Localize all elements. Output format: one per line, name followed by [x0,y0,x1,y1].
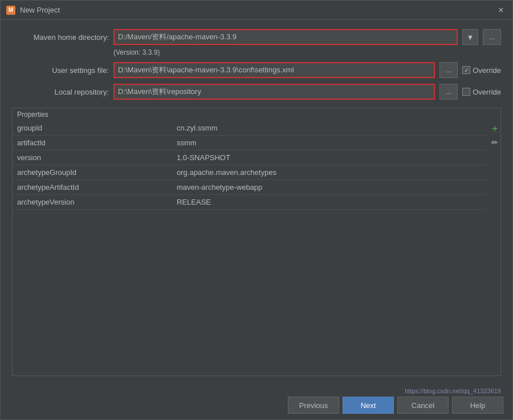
table-row[interactable]: archetypeVersionRELEASE [13,195,487,210]
edit-property-button[interactable]: ✏ [489,137,500,148]
maven-home-label: Maven home directory: [12,33,109,42]
property-key: archetypeGroupId [17,168,177,177]
local-repo-override-row: Override [462,88,501,96]
local-repo-override-label: Override [473,88,501,96]
version-text: (Version: 3.3.9) [113,48,501,56]
maven-home-browse[interactable]: ... [483,29,501,45]
user-settings-input[interactable] [113,62,435,78]
user-settings-override-label: Override [473,66,501,75]
footer-buttons: Previous Next Cancel Help [10,397,503,414]
user-settings-label: User settings file: [12,66,109,75]
table-row[interactable]: version1.0-SNAPSHOT [13,150,487,165]
cancel-button[interactable]: Cancel [397,397,449,414]
properties-list: groupIdcn.zyl.ssmmartifactIdssmmversion1… [13,121,487,376]
properties-actions: + ✏ [487,121,500,150]
properties-section: Properties groupIdcn.zyl.ssmmartifactIds… [12,108,501,376]
table-row[interactable]: groupIdcn.zyl.ssmm [13,121,487,136]
new-project-dialog: M New Project × Maven home directory: ▼ … [0,0,513,420]
property-value: maven-archetype-webapp [177,183,482,191]
property-value: RELEASE [177,198,482,206]
maven-home-input[interactable] [113,29,458,45]
app-icon: M [6,6,15,15]
local-repo-input[interactable] [113,84,435,100]
dialog-title: New Project [20,6,60,14]
local-repo-label: Local repository: [12,88,109,96]
maven-home-dropdown[interactable]: ▼ [462,29,478,45]
property-key: archetypeVersion [17,198,177,206]
watermark-text: https://blog.csdn.net/qq_41323619 [10,388,503,394]
table-row[interactable]: archetypeGroupIdorg.apache.maven.archety… [13,165,487,180]
table-row[interactable]: archetypeArtifactIdmaven-archetype-webap… [13,180,487,195]
property-key: version [17,153,177,162]
dialog-content: Maven home directory: ▼ ... (Version: 3.… [1,20,512,382]
local-repo-row: Local repository: ... Override [12,84,501,100]
close-button[interactable]: × [495,5,507,16]
property-value: 1.0-SNAPSHOT [177,153,482,162]
local-repo-browse[interactable]: ... [439,84,458,100]
property-key: groupId [17,124,177,132]
properties-title: Properties [13,108,500,121]
user-settings-override-checkbox[interactable] [462,66,470,74]
add-property-button[interactable]: + [489,123,500,134]
properties-content: groupIdcn.zyl.ssmmartifactIdssmmversion1… [13,121,500,376]
property-value: ssmm [177,138,482,147]
property-value: cn.zyl.ssmm [177,124,482,132]
previous-button[interactable]: Previous [288,397,339,414]
footer-area: https://blog.csdn.net/qq_41323619 Previo… [1,382,512,419]
title-bar: M New Project × [1,1,512,20]
user-settings-override-row: Override [462,66,501,75]
user-settings-browse[interactable]: ... [439,62,458,78]
maven-home-row: Maven home directory: ▼ ... [12,29,501,45]
user-settings-row: User settings file: ... Override [12,62,501,78]
table-row[interactable]: artifactIdssmm [13,136,487,150]
property-key: artifactId [17,138,177,147]
next-button[interactable]: Next [343,397,394,414]
help-button[interactable]: Help [452,397,503,414]
property-value: org.apache.maven.archetypes [177,168,482,177]
property-key: archetypeArtifactId [17,183,177,191]
title-bar-left: M New Project [6,6,60,15]
local-repo-override-checkbox[interactable] [462,88,470,96]
